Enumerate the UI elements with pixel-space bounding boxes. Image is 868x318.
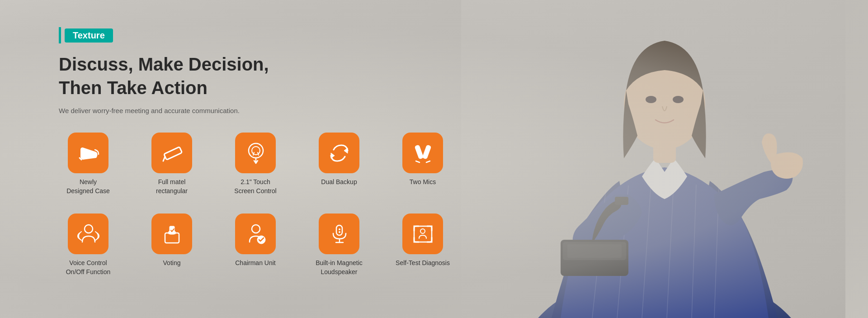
svg-marker-23 [344,148,348,153]
svg-point-10 [646,96,656,103]
icon-box-touch [235,133,276,173]
icon-box-voting [151,214,192,254]
texture-badge: Texture [59,27,113,43]
icon-item-touch-screen: 2.1" TouchScreen Control [226,133,285,195]
icon-item-built-in-magnetic: Built-in MagneticLoudspeaker [310,214,368,276]
svg-point-27 [85,225,93,233]
icon-label-dual-backup: Dual Backup [321,178,357,187]
icons-row-1: NewlyDesigned Case Full matelrectangular [59,133,466,195]
main-heading: Discuss, Make Decision, Then Take Action [59,52,466,100]
svg-rect-25 [415,145,424,159]
icon-box-case [68,133,108,173]
person-illustration [461,0,845,318]
icon-label-built-in-magnetic: Built-in MagneticLoudspeaker [316,259,363,276]
icon-label-voting: Voting [163,259,181,268]
icon-item-chairman-unit: Chairman Unit [226,214,285,268]
texture-label: Texture [65,28,113,43]
svg-point-31 [252,225,260,233]
page-wrapper: Texture Discuss, Make Decision, Then Tak… [0,0,868,318]
icon-item-newly-designed-case: NewlyDesigned Case [59,133,118,195]
voice-icon [76,222,101,247]
backup-icon [327,141,352,166]
content-area: Texture Discuss, Make Decision, Then Tak… [59,27,466,276]
microphone-icon [327,222,352,247]
heading-line1: Discuss, Make Decision, [59,52,466,76]
svg-point-36 [339,228,340,230]
svg-rect-15 [615,197,628,205]
svg-rect-17 [164,147,182,160]
icon-label-full-matel: Full matelrectangular [156,178,188,195]
mics-icon [410,141,435,166]
icon-item-dual-backup: Dual Backup [310,133,368,187]
person-area [439,0,868,318]
svg-point-39 [420,229,425,233]
icons-row-2: Voice ControlOn/Off Function [59,214,466,276]
icon-item-voice-control: Voice ControlOn/Off Function [59,214,118,276]
matel-icon [160,141,184,166]
icon-label-self-test: Self-Test Diagnosis [396,259,450,268]
icon-item-two-mics: Two Mics [393,133,452,187]
svg-point-11 [673,96,684,103]
icon-item-self-test: Self-Test Diagnosis [393,214,452,268]
texture-bar [59,27,61,43]
icon-box-magnetic [319,214,359,254]
svg-line-18 [163,157,165,161]
svg-point-20 [252,147,260,155]
icon-box-matel [151,133,192,173]
icon-item-full-matel: Full matelrectangular [142,133,201,195]
heading-line2: Then Take Action [59,76,466,100]
icon-label-voice-control: Voice ControlOn/Off Function [66,259,111,276]
icon-label-chairman-unit: Chairman Unit [235,259,275,268]
svg-point-19 [249,143,263,158]
selftest-icon [410,222,435,247]
chairman-icon [243,222,268,247]
icon-box-mics [402,133,443,173]
svg-point-37 [339,231,340,233]
svg-line-21 [253,152,254,155]
sub-heading: We deliver worry-free meeting and accura… [59,107,466,114]
svg-rect-26 [422,145,431,159]
icon-label-newly-designed-case: NewlyDesigned Case [66,178,110,195]
voting-icon [160,222,184,247]
touch-icon [243,141,268,166]
icon-label-touch-screen: 2.1" TouchScreen Control [234,178,276,195]
case-icon [76,141,101,166]
icon-box-voice [68,214,108,254]
svg-rect-30 [170,226,175,234]
icon-label-two-mics: Two Mics [410,178,436,187]
icon-box-chairman [235,214,276,254]
svg-marker-24 [331,153,335,158]
icons-grid: NewlyDesigned Case Full matelrectangular [59,133,466,276]
icon-item-voting: Voting [142,214,201,268]
svg-rect-14 [567,244,622,258]
icon-box-selftest [402,214,443,254]
icon-box-backup [319,133,359,173]
svg-line-22 [258,152,259,155]
svg-rect-33 [336,225,342,235]
